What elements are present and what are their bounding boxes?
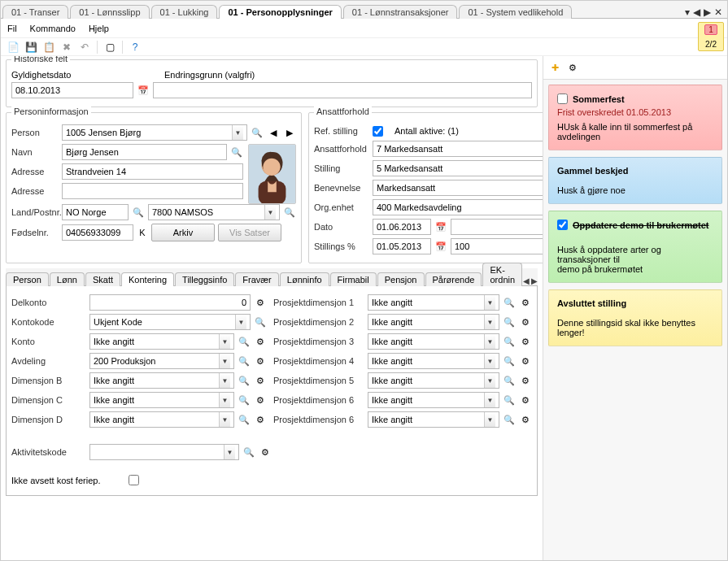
person-combo[interactable]: ▼ [62, 124, 247, 141]
tabs-menu-icon[interactable]: ▾ [685, 7, 690, 18]
search-icon[interactable]: 🔍 [238, 394, 251, 407]
next-record-icon[interactable]: ▶ [283, 126, 296, 139]
detail-tab[interactable]: Lønn [50, 272, 85, 286]
dimensjon-c-combo[interactable]: ▼ [89, 392, 234, 408]
detail-tab[interactable]: Firmabil [330, 272, 377, 286]
orgenhet-combo[interactable]: ▼ [373, 199, 543, 215]
help-icon[interactable]: ? [128, 40, 142, 54]
prosjekt-dim7-combo[interactable]: ▼ [368, 411, 499, 428]
chevron-down-icon[interactable]: ▼ [484, 334, 495, 349]
postnr-input[interactable] [152, 205, 264, 220]
prev-record-icon[interactable]: ◀ [267, 126, 280, 139]
konto-combo[interactable]: ▼ [89, 333, 234, 350]
adresse-input[interactable] [62, 163, 243, 180]
search-icon[interactable]: 🔍 [283, 206, 296, 219]
benevnelse-input[interactable] [373, 180, 543, 196]
chevron-down-icon[interactable]: ▼ [484, 393, 495, 407]
search-icon[interactable]: 🔍 [238, 335, 251, 348]
note-checkbox[interactable] [557, 94, 568, 104]
prosjekt-dim-input[interactable] [372, 315, 484, 329]
endringsgrunn-input[interactable] [153, 82, 532, 98]
search-icon[interactable]: 🔍 [238, 374, 251, 387]
ikke-avsett-checkbox[interactable] [129, 475, 139, 485]
gyldighetsdato-input[interactable] [11, 82, 133, 98]
avdeling-combo[interactable]: ▼ [89, 353, 234, 369]
kontokode-combo[interactable]: ▼ [89, 314, 251, 330]
add-note-icon[interactable]: ✚ [548, 61, 561, 74]
navn-input[interactable] [62, 144, 227, 160]
kontokode-input[interactable] [94, 315, 235, 329]
new-icon[interactable]: 📄 [6, 40, 20, 54]
search-icon[interactable]: 🔍 [503, 374, 516, 387]
ansattforhold-input[interactable] [377, 141, 543, 156]
sticky-note[interactable]: Avsluttet stilling Denne stillingsid ska… [548, 289, 722, 346]
chevron-down-icon[interactable]: ▼ [484, 373, 495, 388]
search-icon[interactable]: 🔍 [503, 413, 516, 426]
gear-icon[interactable]: ⚙ [519, 374, 532, 387]
tabs-prev-icon[interactable]: ◀ [693, 7, 700, 18]
gear-icon[interactable]: ⚙ [259, 446, 272, 459]
gear-icon[interactable]: ⚙ [254, 296, 267, 309]
detail-tab[interactable]: Skatt [85, 272, 120, 286]
dato2-input[interactable] [373, 238, 431, 254]
ref-stilling-checkbox[interactable] [373, 126, 383, 137]
search-icon[interactable]: 🔍 [503, 335, 516, 348]
dato1-input[interactable] [373, 219, 431, 235]
prosjekt-dim-input[interactable] [372, 412, 484, 427]
search-icon[interactable]: 🔍 [238, 413, 251, 426]
dimensjon-b-input[interactable] [94, 373, 219, 388]
search-icon[interactable]: 🔍 [503, 354, 516, 367]
note-checkbox[interactable] [557, 220, 568, 230]
search-icon[interactable]: 🔍 [503, 315, 516, 328]
gear-icon[interactable]: ⚙ [519, 354, 532, 367]
land-combo[interactable]: ▼ [62, 204, 129, 220]
avdeling-input[interactable] [94, 354, 219, 368]
detail-tabs-next-icon[interactable]: ▶ [531, 276, 538, 285]
orgenhet-input[interactable] [377, 200, 543, 215]
gear-icon[interactable]: ⚙ [519, 394, 532, 407]
ansattforhold-combo[interactable]: ▼ [373, 141, 543, 157]
search-icon[interactable]: 🔍 [503, 296, 516, 309]
tabs-close-icon[interactable]: ✕ [714, 7, 722, 18]
calendar-icon[interactable]: 📅 [434, 220, 447, 233]
notes-badge[interactable]: 1 2/2 [698, 22, 724, 51]
search-icon[interactable]: 🔍 [230, 146, 243, 159]
gear-icon[interactable]: ⚙ [254, 374, 267, 387]
prosjekt-dim3-combo[interactable]: ▼ [368, 333, 499, 350]
dimensjon-b-combo[interactable]: ▼ [89, 372, 234, 389]
search-icon[interactable]: 🔍 [503, 394, 516, 407]
dimensjon-d-combo[interactable]: ▼ [89, 411, 234, 428]
gear-icon[interactable]: ⚙ [519, 413, 532, 426]
fodselnr-input[interactable] [62, 224, 133, 241]
detail-tab[interactable]: Pårørende [425, 272, 482, 286]
chevron-down-icon[interactable]: ▼ [224, 445, 235, 459]
search-icon[interactable]: 🔍 [254, 315, 267, 328]
chevron-down-icon[interactable]: ▼ [235, 315, 246, 329]
window-tab[interactable]: 01 - Transer [2, 5, 68, 19]
sticky-note[interactable]: Sommerfest Frist overskredet 01.05.2013 … [548, 85, 722, 150]
menu-hjelp[interactable]: Hjelp [89, 24, 109, 33]
sticky-note[interactable]: Gammel beskjed Husk å gjøre noe [548, 157, 722, 204]
copy-icon[interactable]: 📋 [41, 40, 56, 54]
calendar-icon[interactable]: 📅 [434, 240, 447, 253]
prosjekt-dim-input[interactable] [372, 295, 484, 310]
dimensjon-c-input[interactable] [94, 393, 219, 407]
search-icon[interactable]: 🔍 [251, 126, 264, 139]
chevron-down-icon[interactable]: ▼ [219, 393, 230, 407]
stilling-input[interactable] [373, 160, 543, 176]
delkonto-input[interactable] [89, 294, 251, 311]
detail-tab[interactable]: Tilleggsinfo [175, 272, 234, 286]
prosjekt-dim1-combo[interactable]: ▼ [368, 294, 499, 311]
gear-icon[interactable]: ⚙ [254, 413, 267, 426]
adresse2-input[interactable] [62, 183, 243, 199]
prosjekt-dim5-combo[interactable]: ▼ [368, 372, 499, 389]
notes-settings-icon[interactable]: ⚙ [566, 61, 579, 74]
window-tab[interactable]: 01 - Lønnstransaksjoner [343, 5, 458, 19]
tabs-next-icon[interactable]: ▶ [704, 7, 711, 18]
aktivitetskode-input[interactable] [94, 445, 224, 459]
chevron-down-icon[interactable]: ▼ [219, 412, 230, 427]
window-tab[interactable]: 01 - Lukking [151, 5, 218, 19]
search-icon[interactable]: 🔍 [242, 446, 255, 459]
person-input[interactable] [66, 125, 232, 140]
konto-input[interactable] [94, 334, 219, 349]
